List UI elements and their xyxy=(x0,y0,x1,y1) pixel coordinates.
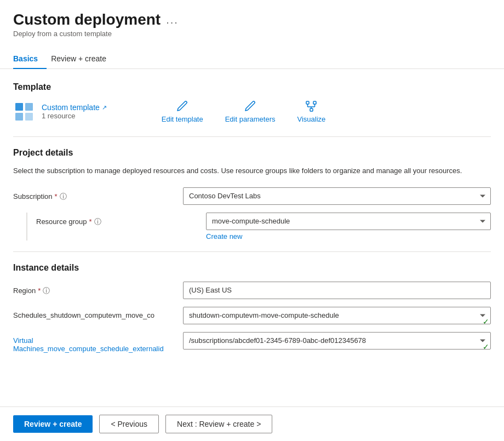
template-grid-icon xyxy=(13,101,35,123)
svg-rect-3 xyxy=(25,113,33,121)
tabs-bar: Basics Review + create xyxy=(0,49,504,69)
template-link[interactable]: Custom template ↗ xyxy=(42,103,107,112)
instance-divider xyxy=(13,251,491,252)
title-text: Custom deployment xyxy=(13,11,161,28)
region-row: Region * ⓘ (US) East US xyxy=(13,282,491,299)
next-button[interactable]: Next : Review + create > xyxy=(165,415,272,433)
instance-details-section: Instance details Region * ⓘ (US) East US… xyxy=(13,263,491,353)
review-create-button[interactable]: Review + create xyxy=(13,415,93,433)
virtual-select[interactable]: /subscriptions/abcdef01-2345-6789-0abc-d… xyxy=(183,332,491,350)
template-text: Custom template ↗ 1 resource xyxy=(42,103,107,120)
region-info-icon[interactable]: ⓘ xyxy=(43,286,50,296)
template-actions: Edit template Edit parameters xyxy=(162,100,325,123)
schedules-select[interactable]: shutdown-computevm-move-compute-schedule xyxy=(183,307,491,324)
create-new-link[interactable]: Create new xyxy=(206,232,491,240)
external-link-icon: ↗ xyxy=(102,104,107,111)
resource-group-row: Resource group * ⓘ move-compute-schedule… xyxy=(36,213,491,240)
subscription-control: Contoso DevTest Labs xyxy=(183,187,491,205)
page-header: Custom deployment ... Deploy from a cust… xyxy=(0,0,504,44)
project-details-title: Project details xyxy=(13,148,491,158)
region-required: * xyxy=(38,287,41,295)
edit-parameters-button[interactable]: Edit parameters xyxy=(225,100,276,123)
tab-basics[interactable]: Basics xyxy=(13,49,47,68)
resource-group-label: Resource group * ⓘ xyxy=(36,213,206,227)
schedules-select-wrapper: shutdown-computevm-move-compute-schedule xyxy=(183,307,491,324)
tab-review-create[interactable]: Review + create xyxy=(51,49,115,68)
svg-rect-4 xyxy=(306,101,309,104)
edit-template-button[interactable]: Edit template xyxy=(162,100,203,123)
subscription-info-icon[interactable]: ⓘ xyxy=(60,192,67,202)
visualize-button[interactable]: Visualize xyxy=(297,100,325,123)
page-title: Custom deployment ... xyxy=(13,11,491,28)
project-details-section: Project details Select the subscription … xyxy=(13,148,491,240)
subscription-row: Subscription * ⓘ Contoso DevTest Labs xyxy=(13,187,491,205)
previous-button[interactable]: < Previous xyxy=(99,415,159,433)
main-content: Template Custom template ↗ xyxy=(0,69,504,371)
virtual-row: Virtual Machines_move_compute_schedule_e… xyxy=(13,332,491,353)
title-ellipsis[interactable]: ... xyxy=(166,14,179,26)
virtual-label-text2: Machines_move_compute_schedule_externali… xyxy=(13,345,164,353)
svg-rect-5 xyxy=(313,101,316,104)
project-description: Select the subscription to manage deploy… xyxy=(13,165,491,176)
subscription-label: Subscription * ⓘ xyxy=(13,187,183,202)
schedules-label: Schedules_shutdown_computevm_move_co xyxy=(13,307,183,319)
resource-group-required: * xyxy=(89,217,92,226)
template-section: Template Custom template ↗ xyxy=(13,82,491,123)
svg-rect-1 xyxy=(25,103,33,111)
template-info: Custom template ↗ 1 resource xyxy=(13,101,107,123)
svg-rect-6 xyxy=(310,108,313,111)
virtual-label-text: Virtual xyxy=(13,336,33,345)
schedules-control: shutdown-computevm-move-compute-schedule xyxy=(183,307,491,324)
region-label: Region * ⓘ xyxy=(13,282,183,296)
virtual-label: Virtual Machines_move_compute_schedule_e… xyxy=(13,332,183,353)
footer: Review + create < Previous Next : Review… xyxy=(0,406,504,441)
resource-group-control: move-compute-schedule Create new xyxy=(206,213,491,240)
template-row: Custom template ↗ 1 resource Edit templa… xyxy=(13,100,491,123)
subscription-select[interactable]: Contoso DevTest Labs xyxy=(183,187,491,205)
instance-details-title: Instance details xyxy=(13,263,491,273)
resource-group-select-wrapper: move-compute-schedule xyxy=(206,213,491,230)
region-control: (US) East US xyxy=(183,282,491,299)
template-resource-count: 1 resource xyxy=(42,112,107,120)
resource-group-select[interactable]: move-compute-schedule xyxy=(206,213,491,230)
schedules-row: Schedules_shutdown_computevm_move_co shu… xyxy=(13,307,491,324)
template-section-title: Template xyxy=(13,82,491,92)
region-input[interactable]: (US) East US xyxy=(183,282,491,299)
resource-group-info-icon[interactable]: ⓘ xyxy=(94,217,101,227)
svg-rect-2 xyxy=(15,113,23,121)
resource-group-indent: Resource group * ⓘ move-compute-schedule… xyxy=(26,213,491,240)
section-divider xyxy=(13,136,491,137)
page-subtitle: Deploy from a custom template xyxy=(13,30,491,38)
virtual-select-wrapper: /subscriptions/abcdef01-2345-6789-0abc-d… xyxy=(183,332,491,350)
subscription-select-wrapper: Contoso DevTest Labs xyxy=(183,187,491,205)
svg-rect-0 xyxy=(15,103,23,111)
subscription-required: * xyxy=(55,192,58,201)
virtual-control: /subscriptions/abcdef01-2345-6789-0abc-d… xyxy=(183,332,491,350)
